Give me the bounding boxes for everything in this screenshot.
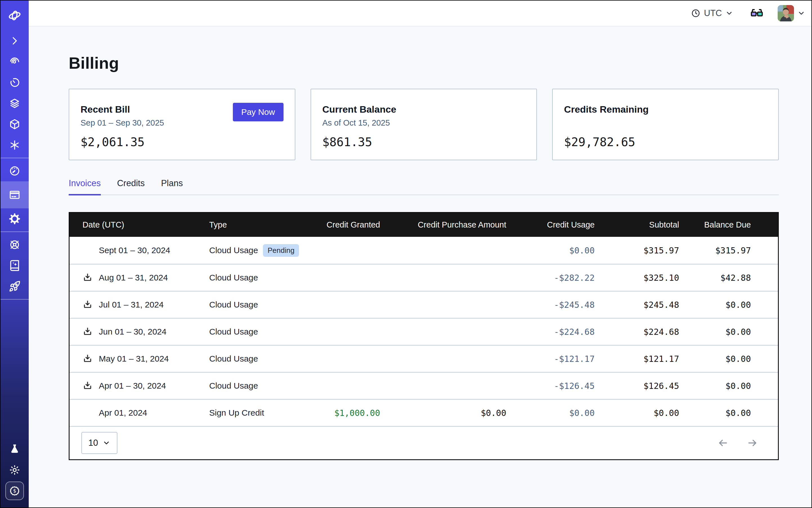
invoice-date-cell: Aug 01 – 31, 2024	[70, 272, 198, 283]
page-size-value: 10	[88, 438, 98, 448]
download-invoice-icon[interactable]	[83, 300, 93, 310]
credit-usage-cell: -$245.48	[507, 300, 595, 310]
tab-credits[interactable]: Credits	[117, 178, 145, 195]
subtotal-cell: $121.17	[595, 354, 680, 364]
sidebar-item-cube[interactable]	[1, 114, 29, 135]
table-row: Jul 01 – 31, 2024Cloud Usage-$245.48$245…	[70, 291, 778, 318]
invoice-type: Cloud Usage	[209, 300, 258, 309]
credit-usage-cell: $0.00	[507, 408, 595, 418]
balance-due-cell: $0.00	[680, 327, 778, 337]
sidebar-item-credits[interactable]: $	[1, 480, 29, 501]
invoice-type-cell: Cloud Usage	[198, 273, 310, 283]
download-invoice-icon[interactable]	[83, 327, 93, 337]
sidebar-item-theme[interactable]	[1, 460, 29, 480]
credit-usage-cell: -$121.17	[507, 354, 595, 364]
sidebar: $	[1, 1, 29, 507]
pay-now-button[interactable]: Pay Now	[233, 103, 284, 121]
page-size-select[interactable]: 10	[81, 432, 117, 454]
avatar[interactable]	[778, 5, 794, 22]
sidebar-item-logo[interactable]	[1, 1, 29, 31]
tab-plans[interactable]: Plans	[161, 178, 183, 195]
invoice-type-cell: Sign Up Credit	[198, 408, 310, 418]
credit-granted-cell: $1,000.00	[310, 408, 384, 418]
download-invoice-icon[interactable]	[83, 354, 93, 364]
billing-tabs: Invoices Credits Plans	[69, 178, 779, 195]
timezone-label: UTC	[704, 8, 722, 18]
sidebar-item-spiral[interactable]	[1, 51, 29, 72]
table-row: Jun 01 – 30, 2024Cloud Usage-$224.68$224…	[70, 318, 778, 345]
timezone-selector[interactable]: UTC	[691, 8, 733, 18]
sidebar-item-asterisk[interactable]	[1, 135, 29, 156]
chevron-right-icon	[9, 35, 20, 47]
sidebar-item-labs[interactable]	[1, 439, 29, 460]
invoice-date-cell: Jun 01 – 30, 2024	[70, 327, 198, 337]
3d-glasses-icon[interactable]	[750, 8, 764, 19]
sidebar-divider	[1, 158, 29, 158]
status-badge: Pending	[263, 244, 299, 257]
subtotal-cell: $315.97	[595, 246, 680, 255]
credits-remaining-amount: $29,782.65	[564, 135, 767, 149]
credit-usage-cell: $0.00	[507, 246, 595, 255]
invoice-date: May 01 – 31, 2024	[99, 354, 169, 364]
table-row: Apr 01 – 30, 2024Cloud Usage-$126.45$126…	[70, 372, 778, 399]
next-page-button[interactable]	[746, 437, 758, 449]
sidebar-item-layers[interactable]	[1, 93, 29, 114]
invoice-date: Aug 01 – 31, 2024	[99, 273, 168, 283]
sidebar-item-timer[interactable]	[1, 72, 29, 93]
sidebar-item-expand-sidebar[interactable]	[1, 31, 29, 51]
sidebar-item-wheel[interactable]	[1, 234, 29, 255]
sidebar-item-launch[interactable]	[1, 276, 29, 297]
summary-cards: Recent Bill Sep 01 – Sep 30, 2025 $2,061…	[69, 89, 779, 160]
card-subtitle: As of Oct 15, 2025	[323, 118, 525, 129]
credit-usage-cell: -$126.45	[507, 381, 595, 391]
table-row: May 01 – 31, 2024Cloud Usage-$121.17$121…	[70, 345, 778, 372]
gauge-icon	[9, 165, 20, 177]
invoice-type-cell: Cloud Usage	[198, 354, 310, 364]
invoice-date-cell: Sept 01 – 30, 2024	[70, 246, 198, 255]
sun-icon	[9, 464, 20, 476]
col-balance-due: Balance Due	[680, 220, 778, 229]
card-subtitle	[564, 118, 767, 129]
user-menu[interactable]	[778, 5, 805, 22]
orbit-logo	[8, 8, 22, 23]
tab-invoices[interactable]: Invoices	[69, 178, 101, 195]
invoice-date-cell: Jul 01 – 31, 2024	[70, 300, 198, 310]
previous-page-button[interactable]	[717, 437, 729, 449]
download-invoice-icon[interactable]	[83, 381, 93, 391]
dollar-badge-icon: $	[5, 481, 24, 500]
book-sparkle-icon	[9, 260, 20, 271]
balance-due-cell: $42.88	[680, 273, 778, 283]
table-row: Apr 01, 2024Sign Up Credit$1,000.00$0.00…	[70, 399, 778, 426]
invoice-date-cell: Apr 01, 2024	[70, 408, 198, 418]
ship-wheel-icon	[9, 239, 20, 251]
sidebar-divider	[1, 231, 29, 232]
clock-icon	[691, 8, 700, 18]
invoice-type: Cloud Usage	[209, 354, 258, 364]
credits-remaining-card: Credits Remaining $29,782.65	[552, 89, 779, 160]
gear-icon	[9, 213, 20, 225]
sidebar-item-billing[interactable]	[1, 181, 29, 208]
chevron-down-icon	[102, 439, 111, 447]
layers-icon	[9, 97, 20, 109]
sidebar-item-docs[interactable]	[1, 255, 29, 276]
invoice-date: Jul 01 – 31, 2024	[99, 300, 164, 309]
invoice-type: Sign Up Credit	[209, 408, 264, 418]
topbar: UTC	[29, 1, 811, 27]
sidebar-item-settings[interactable]	[1, 208, 29, 229]
current-balance-card: Current Balance As of Oct 15, 2025 $861.…	[310, 89, 537, 160]
recent-bill-card: Recent Bill Sep 01 – Sep 30, 2025 $2,061…	[69, 89, 295, 160]
table-body: Sept 01 – 30, 2024Cloud UsagePending$0.0…	[70, 237, 778, 426]
table-row: Aug 01 – 31, 2024Cloud Usage-$282.22$325…	[70, 264, 778, 291]
download-invoice-icon[interactable]	[83, 272, 93, 283]
col-date: Date (UTC)	[70, 220, 198, 229]
invoice-type: Cloud Usage	[209, 273, 258, 283]
balance-due-cell: $0.00	[680, 381, 778, 391]
invoice-date-cell: Apr 01 – 30, 2024	[70, 381, 198, 391]
sidebar-divider	[1, 299, 29, 300]
col-subtotal: Subtotal	[595, 220, 680, 229]
sidebar-item-usage[interactable]	[1, 161, 29, 181]
table-header: Date (UTC) Type Credit Granted Credit Pu…	[70, 213, 778, 237]
invoice-date: Jun 01 – 30, 2024	[99, 327, 166, 337]
invoices-table: Date (UTC) Type Credit Granted Credit Pu…	[69, 212, 779, 460]
invoice-type-cell: Cloud UsagePending	[198, 244, 310, 257]
